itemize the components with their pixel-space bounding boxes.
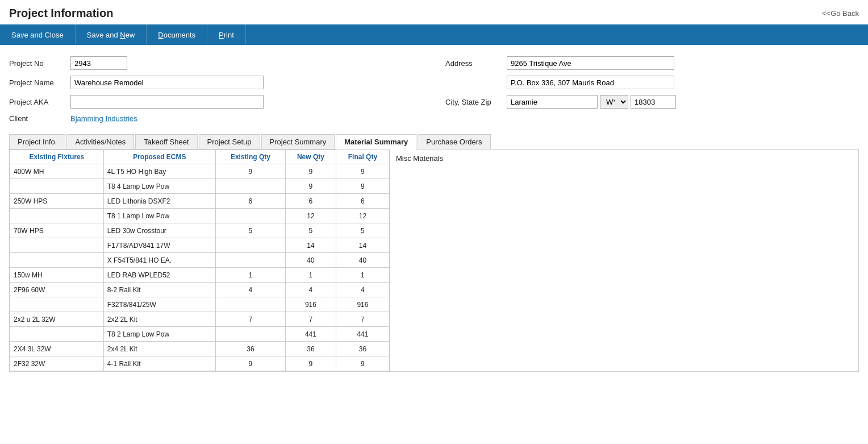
cell-new-qty: 9 (286, 164, 336, 179)
cell-final-qty: 36 (336, 342, 389, 356)
tab-project-summary[interactable]: Project Summary (261, 134, 335, 149)
project-name-input[interactable] (70, 76, 264, 89)
page-title-bar: Project Information <<Go Back (0, 0, 868, 24)
col-proposed-ecms: Proposed ECMS (103, 150, 215, 164)
cell-final-qty: 40 (336, 253, 389, 268)
cell-existing-qty (215, 238, 285, 253)
cell-existing-qty: 9 (215, 356, 285, 371)
go-back-link[interactable]: <<Go Back (822, 9, 859, 18)
table-row: F17T8/ADV841 17W 14 14 (10, 238, 390, 253)
tab-project-setup[interactable]: Project Setup (199, 134, 260, 149)
cell-existing (10, 253, 104, 268)
col-new-qty: New Qty (286, 150, 336, 164)
cell-existing: 2F32 32W (10, 356, 104, 371)
col-final-qty: Final Qty (336, 150, 389, 164)
tab-activities-notes[interactable]: Activities/Notes (66, 134, 134, 149)
cell-new-qty: 9 (286, 356, 336, 371)
cell-final-qty: 9 (336, 164, 389, 179)
documents-button[interactable]: Documents (147, 24, 207, 45)
misc-materials-panel: Misc Materials (390, 150, 858, 371)
tab-takeoff-sheet[interactable]: Takeoff Sheet (135, 134, 197, 149)
address2-row (445, 76, 859, 89)
col-existing-qty: Existing Qty (215, 150, 285, 164)
toolbar: Save and Close Save and New Documents Pr… (0, 24, 868, 45)
cell-new-qty: 36 (286, 342, 336, 356)
cell-new-qty: 12 (286, 209, 336, 223)
form-left: Project No Project Name Project AKA Clie… (9, 56, 423, 123)
project-name-row: Project Name (9, 76, 423, 89)
cell-final-qty: 916 (336, 297, 389, 312)
table-row: 150w MH LED RAB WPLED52 1 1 1 (10, 268, 390, 283)
cell-new-qty: 9 (286, 179, 336, 194)
cell-existing-qty (215, 297, 285, 312)
cell-existing: 150w MH (10, 268, 104, 283)
col-existing-fixtures: Existing Fixtures (10, 150, 104, 164)
cell-proposed: LED 30w Crosstour (103, 223, 215, 238)
project-name-label: Project Name (9, 78, 66, 87)
print-button[interactable]: Print (207, 24, 246, 45)
project-aka-row: Project AKA (9, 95, 423, 109)
address1-input[interactable] (507, 56, 674, 70)
cell-new-qty: 1 (286, 268, 336, 283)
city-state-zip-row: City, State Zip WY (445, 95, 859, 109)
save-new-button[interactable]: Save and New (76, 24, 147, 45)
form-right: Address City, State Zip WY (445, 56, 859, 123)
table-row: T8 1 Lamp Low Pow 12 12 (10, 209, 390, 223)
content-area: Existing Fixtures Proposed ECMS Existing… (9, 150, 859, 372)
cell-proposed: LED RAB WPLED52 (103, 268, 215, 283)
address2-input[interactable] (507, 76, 674, 89)
cell-existing: 70W HPS (10, 223, 104, 238)
cell-proposed: 4L T5 HO High Bay (103, 164, 215, 179)
form-section: Project No Project Name Project AKA Clie… (0, 45, 868, 128)
cell-new-qty: 40 (286, 253, 336, 268)
tab-material-summary[interactable]: Material Summary (336, 134, 416, 150)
table-row: 70W HPS LED 30w Crosstour 5 5 5 (10, 223, 390, 238)
project-no-input[interactable] (70, 56, 127, 70)
tab-purchase-orders[interactable]: Purchase Orders (418, 134, 490, 149)
client-row: Client Bjamming Industries (9, 114, 423, 123)
save-close-button[interactable]: Save and Close (0, 24, 76, 45)
state-select[interactable]: WY (600, 95, 628, 109)
page-title: Project Information (9, 7, 113, 20)
cell-existing: 2x2 u 2L 32W (10, 312, 104, 327)
table-header-row: Existing Fixtures Proposed ECMS Existing… (10, 150, 390, 164)
cell-final-qty: 4 (336, 283, 389, 297)
cell-final-qty: 1 (336, 268, 389, 283)
cell-existing-qty: 7 (215, 312, 285, 327)
cell-new-qty: 4 (286, 283, 336, 297)
cell-existing: 2X4 3L 32W (10, 342, 104, 356)
table-row: 2x2 u 2L 32W 2x2 2L Kit 7 7 7 (10, 312, 390, 327)
print-label: Print (219, 31, 234, 39)
cell-new-qty: 5 (286, 223, 336, 238)
cell-existing-qty (215, 179, 285, 194)
zip-input[interactable] (631, 95, 676, 109)
cell-new-qty: 14 (286, 238, 336, 253)
cell-existing-qty: 4 (215, 283, 285, 297)
client-link[interactable]: Bjamming Industries (70, 114, 137, 123)
cell-final-qty: 12 (336, 209, 389, 223)
cell-proposed: X F54T5/841 HO EA. (103, 253, 215, 268)
cell-final-qty: 5 (336, 223, 389, 238)
table-row: 2F32 32W 4-1 Rail Kit 9 9 9 (10, 356, 390, 371)
tab-project-info[interactable]: Project Info. (9, 134, 65, 149)
cell-existing-qty (215, 209, 285, 223)
cell-existing (10, 179, 104, 194)
city-state-zip-label: City, State Zip (445, 98, 502, 106)
cell-existing-qty: 6 (215, 194, 285, 209)
cell-existing (10, 209, 104, 223)
cell-final-qty: 6 (336, 194, 389, 209)
city-state-zip-group: WY (507, 95, 676, 109)
cell-proposed: T8 1 Lamp Low Pow (103, 209, 215, 223)
cell-existing (10, 327, 104, 342)
save-new-label: Save and New (87, 31, 135, 39)
cell-existing (10, 297, 104, 312)
cell-existing-qty: 9 (215, 164, 285, 179)
cell-new-qty: 916 (286, 297, 336, 312)
table-row: T8 4 Lamp Low Pow 9 9 (10, 179, 390, 194)
table-row: X F54T5/841 HO EA. 40 40 (10, 253, 390, 268)
cell-final-qty: 441 (336, 327, 389, 342)
city-input[interactable] (507, 95, 598, 109)
project-aka-input[interactable] (70, 95, 264, 109)
cell-proposed: 2x2 2L Kit (103, 312, 215, 327)
cell-proposed: T8 2 Lamp Low Pow (103, 327, 215, 342)
